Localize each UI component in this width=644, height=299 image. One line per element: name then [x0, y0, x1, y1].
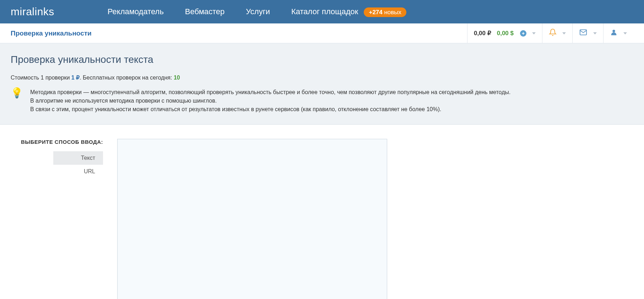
balance-section[interactable]: 0,00 ₽ 0,00 $ +	[467, 23, 542, 43]
input-mode-column: ВЫБЕРИТЕ СПОСОБ ВВОДА: Текст URL	[11, 139, 103, 299]
nav-items: Рекламодатель Вебмастер Услуги Каталог п…	[108, 7, 406, 16]
new-count-badge: +274 новых	[364, 7, 406, 17]
cost-price: 1 ₽	[71, 75, 80, 81]
right-tools: 0,00 ₽ 0,00 $ +	[467, 23, 633, 43]
chevron-down-icon	[593, 32, 597, 34]
breadcrumb[interactable]: Проверка уникальности	[11, 29, 92, 37]
badge-suffix: новых	[383, 9, 401, 16]
cost-prefix: Стоимость 1 проверки	[11, 75, 71, 81]
info-line-1: Методика проверки — многоступенчатый алг…	[30, 88, 510, 97]
mail-icon	[579, 28, 588, 38]
balance-rub: 0,00 ₽	[474, 29, 491, 37]
nav-webmaster[interactable]: Вебмастер	[185, 7, 224, 16]
chevron-down-icon	[562, 32, 566, 34]
nav-catalog-label: Каталог площадок	[291, 7, 358, 16]
input-mode-text[interactable]: Текст	[53, 151, 103, 165]
info-line-3: В связи с этим, процент уникальности мож…	[30, 105, 510, 114]
lightbulb-icon: 💡	[11, 88, 23, 98]
input-mode-options: Текст URL	[11, 151, 103, 178]
chevron-down-icon	[532, 32, 536, 34]
messages-button[interactable]	[572, 23, 603, 43]
top-nav: miralinks Рекламодатель Вебмастер Услуги…	[0, 0, 644, 23]
balance-usd: 0,00 $	[497, 30, 514, 37]
info-box: 💡 Методика проверки — многоступенчатый а…	[11, 88, 633, 114]
svg-point-1	[612, 29, 615, 32]
nav-advertiser[interactable]: Рекламодатель	[108, 7, 164, 16]
user-icon	[610, 28, 618, 38]
notifications-button[interactable]	[542, 23, 572, 43]
page-title: Проверка уникальности текста	[11, 54, 633, 65]
text-input[interactable]	[117, 139, 387, 299]
add-funds-icon[interactable]: +	[520, 30, 526, 37]
cost-line: Стоимость 1 проверки 1 ₽. Бесплатных про…	[11, 74, 633, 81]
info-line-2: В алгоритме не используется методика про…	[30, 97, 510, 105]
form-section: ВЫБЕРИТЕ СПОСОБ ВВОДА: Текст URL	[0, 125, 644, 299]
sub-bar: Проверка уникальности 0,00 ₽ 0,00 $ +	[0, 23, 644, 43]
bell-icon	[549, 28, 557, 38]
logo[interactable]: miralinks	[11, 6, 54, 18]
chevron-down-icon	[623, 32, 627, 34]
user-menu-button[interactable]	[603, 23, 633, 43]
cost-free: 10	[174, 75, 180, 81]
badge-count: +274	[369, 9, 382, 16]
cost-middle: . Бесплатных проверок на сегодня:	[80, 75, 174, 81]
nav-services[interactable]: Услуги	[246, 7, 270, 16]
nav-catalog[interactable]: Каталог площадок +274 новых	[291, 7, 406, 16]
input-mode-heading: ВЫБЕРИТЕ СПОСОБ ВВОДА:	[11, 139, 103, 145]
content-header: Проверка уникальности текста Стоимость 1…	[0, 43, 644, 125]
input-mode-url[interactable]: URL	[53, 165, 103, 178]
info-text: Методика проверки — многоступенчатый алг…	[30, 88, 510, 114]
